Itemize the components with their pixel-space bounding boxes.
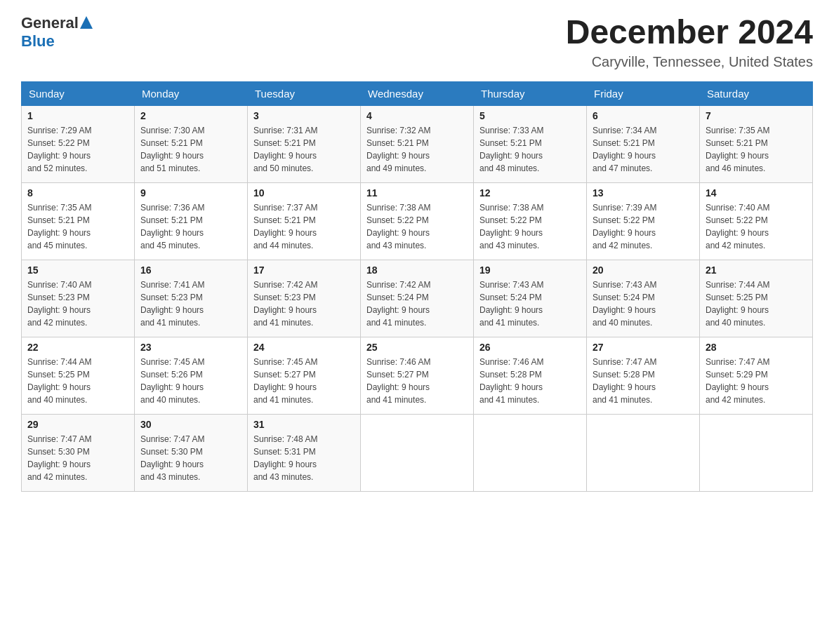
day-number: 17: [253, 264, 355, 276]
day-number: 8: [27, 187, 128, 199]
page-header: General Blue December 2024 Caryville, Te…: [21, 14, 813, 70]
calendar-cell: 19 Sunrise: 7:43 AM Sunset: 5:24 PM Dayl…: [474, 260, 587, 337]
calendar-cell: 27 Sunrise: 7:47 AM Sunset: 5:28 PM Dayl…: [587, 337, 700, 414]
calendar-cell: 1 Sunrise: 7:29 AM Sunset: 5:22 PM Dayli…: [22, 105, 135, 182]
week-row-4: 22 Sunrise: 7:44 AM Sunset: 5:25 PM Dayl…: [22, 337, 813, 414]
day-number: 27: [593, 342, 694, 353]
day-info: Sunrise: 7:48 AM Sunset: 5:31 PM Dayligh…: [253, 433, 355, 483]
calendar-cell: 8 Sunrise: 7:35 AM Sunset: 5:21 PM Dayli…: [22, 182, 135, 260]
day-number: 28: [706, 342, 807, 353]
calendar-cell: 11 Sunrise: 7:38 AM Sunset: 5:22 PM Dayl…: [361, 182, 474, 260]
day-number: 30: [140, 419, 241, 430]
day-info: Sunrise: 7:39 AM Sunset: 5:22 PM Dayligh…: [593, 201, 694, 252]
day-info: Sunrise: 7:34 AM Sunset: 5:21 PM Dayligh…: [593, 124, 694, 175]
calendar-cell: 25 Sunrise: 7:46 AM Sunset: 5:27 PM Dayl…: [361, 337, 474, 414]
day-number: 31: [253, 419, 355, 430]
day-number: 6: [593, 110, 694, 121]
calendar-cell: 4 Sunrise: 7:32 AM Sunset: 5:21 PM Dayli…: [361, 105, 474, 182]
day-number: 3: [253, 110, 355, 121]
calendar-cell: 23 Sunrise: 7:45 AM Sunset: 5:26 PM Dayl…: [135, 337, 248, 414]
calendar-cell: 24 Sunrise: 7:45 AM Sunset: 5:27 PM Dayl…: [248, 337, 361, 414]
logo-general-text: General: [21, 14, 79, 32]
day-info: Sunrise: 7:42 AM Sunset: 5:24 PM Dayligh…: [366, 279, 468, 329]
header-wednesday: Wednesday: [361, 81, 474, 105]
day-info: Sunrise: 7:40 AM Sunset: 5:22 PM Dayligh…: [706, 201, 807, 252]
day-number: 15: [27, 264, 128, 276]
day-info: Sunrise: 7:30 AM Sunset: 5:21 PM Dayligh…: [140, 124, 241, 175]
day-number: 25: [366, 342, 468, 353]
day-info: Sunrise: 7:41 AM Sunset: 5:23 PM Dayligh…: [140, 279, 241, 329]
day-number: 5: [479, 110, 581, 121]
day-info: Sunrise: 7:47 AM Sunset: 5:29 PM Dayligh…: [706, 356, 807, 406]
calendar-cell: 29 Sunrise: 7:47 AM Sunset: 5:30 PM Dayl…: [22, 414, 135, 491]
day-info: Sunrise: 7:32 AM Sunset: 5:21 PM Dayligh…: [366, 124, 468, 175]
calendar-header-row: SundayMondayTuesdayWednesdayThursdayFrid…: [22, 81, 813, 105]
day-info: Sunrise: 7:45 AM Sunset: 5:26 PM Dayligh…: [140, 356, 241, 406]
day-info: Sunrise: 7:31 AM Sunset: 5:21 PM Dayligh…: [253, 124, 355, 175]
header-friday: Friday: [587, 81, 700, 105]
week-row-5: 29 Sunrise: 7:47 AM Sunset: 5:30 PM Dayl…: [22, 414, 813, 491]
calendar-cell: 20 Sunrise: 7:43 AM Sunset: 5:24 PM Dayl…: [587, 260, 700, 337]
day-info: Sunrise: 7:33 AM Sunset: 5:21 PM Dayligh…: [479, 124, 581, 175]
day-number: 29: [27, 419, 128, 430]
header-sunday: Sunday: [22, 81, 135, 105]
day-number: 26: [479, 342, 581, 353]
title-section: December 2024 Caryville, Tennessee, Unit…: [566, 14, 813, 70]
calendar-cell: 14 Sunrise: 7:40 AM Sunset: 5:22 PM Dayl…: [700, 182, 813, 260]
location-subtitle: Caryville, Tennessee, United States: [566, 54, 813, 70]
day-info: Sunrise: 7:38 AM Sunset: 5:22 PM Dayligh…: [366, 201, 468, 252]
calendar-cell: 5 Sunrise: 7:33 AM Sunset: 5:21 PM Dayli…: [474, 105, 587, 182]
calendar-cell: 16 Sunrise: 7:41 AM Sunset: 5:23 PM Dayl…: [135, 260, 248, 337]
calendar-cell: 30 Sunrise: 7:47 AM Sunset: 5:30 PM Dayl…: [135, 414, 248, 491]
day-info: Sunrise: 7:44 AM Sunset: 5:25 PM Dayligh…: [706, 279, 807, 329]
day-number: 11: [366, 187, 468, 199]
calendar-cell: 7 Sunrise: 7:35 AM Sunset: 5:21 PM Dayli…: [700, 105, 813, 182]
day-number: 19: [479, 264, 581, 276]
calendar-cell: 10 Sunrise: 7:37 AM Sunset: 5:21 PM Dayl…: [248, 182, 361, 260]
header-thursday: Thursday: [474, 81, 587, 105]
calendar-cell: [361, 414, 474, 491]
calendar-table: SundayMondayTuesdayWednesdayThursdayFrid…: [21, 81, 813, 492]
month-title: December 2024: [566, 14, 813, 51]
day-info: Sunrise: 7:43 AM Sunset: 5:24 PM Dayligh…: [593, 279, 694, 329]
calendar-cell: 18 Sunrise: 7:42 AM Sunset: 5:24 PM Dayl…: [361, 260, 474, 337]
day-number: 18: [366, 264, 468, 276]
calendar-cell: 31 Sunrise: 7:48 AM Sunset: 5:31 PM Dayl…: [248, 414, 361, 491]
day-number: 14: [706, 187, 807, 199]
calendar-cell: [474, 414, 587, 491]
day-number: 4: [366, 110, 468, 121]
day-info: Sunrise: 7:40 AM Sunset: 5:23 PM Dayligh…: [27, 279, 128, 329]
calendar-cell: 22 Sunrise: 7:44 AM Sunset: 5:25 PM Dayl…: [22, 337, 135, 414]
calendar-cell: 28 Sunrise: 7:47 AM Sunset: 5:29 PM Dayl…: [700, 337, 813, 414]
day-number: 23: [140, 342, 241, 353]
calendar-cell: 9 Sunrise: 7:36 AM Sunset: 5:21 PM Dayli…: [135, 182, 248, 260]
calendar-cell: [587, 414, 700, 491]
logo-blue-text: Blue: [21, 32, 55, 50]
day-number: 10: [253, 187, 355, 199]
day-number: 13: [593, 187, 694, 199]
header-monday: Monday: [135, 81, 248, 105]
calendar-cell: 3 Sunrise: 7:31 AM Sunset: 5:21 PM Dayli…: [248, 105, 361, 182]
day-info: Sunrise: 7:46 AM Sunset: 5:27 PM Dayligh…: [366, 356, 468, 406]
day-number: 24: [253, 342, 355, 353]
day-info: Sunrise: 7:29 AM Sunset: 5:22 PM Dayligh…: [27, 124, 128, 175]
calendar-cell: 17 Sunrise: 7:42 AM Sunset: 5:23 PM Dayl…: [248, 260, 361, 337]
day-info: Sunrise: 7:43 AM Sunset: 5:24 PM Dayligh…: [479, 279, 581, 329]
day-number: 21: [706, 264, 807, 276]
header-saturday: Saturday: [700, 81, 813, 105]
logo: General Blue: [21, 14, 93, 51]
day-info: Sunrise: 7:37 AM Sunset: 5:21 PM Dayligh…: [253, 201, 355, 252]
calendar-cell: 13 Sunrise: 7:39 AM Sunset: 5:22 PM Dayl…: [587, 182, 700, 260]
calendar-cell: 2 Sunrise: 7:30 AM Sunset: 5:21 PM Dayli…: [135, 105, 248, 182]
day-number: 16: [140, 264, 241, 276]
day-number: 2: [140, 110, 241, 121]
day-info: Sunrise: 7:42 AM Sunset: 5:23 PM Dayligh…: [253, 279, 355, 329]
day-info: Sunrise: 7:44 AM Sunset: 5:25 PM Dayligh…: [27, 356, 128, 406]
day-number: 7: [706, 110, 807, 121]
day-info: Sunrise: 7:47 AM Sunset: 5:30 PM Dayligh…: [140, 433, 241, 483]
svg-marker-0: [80, 16, 93, 29]
calendar-cell: 26 Sunrise: 7:46 AM Sunset: 5:28 PM Dayl…: [474, 337, 587, 414]
day-info: Sunrise: 7:45 AM Sunset: 5:27 PM Dayligh…: [253, 356, 355, 406]
day-info: Sunrise: 7:46 AM Sunset: 5:28 PM Dayligh…: [479, 356, 581, 406]
day-info: Sunrise: 7:35 AM Sunset: 5:21 PM Dayligh…: [706, 124, 807, 175]
